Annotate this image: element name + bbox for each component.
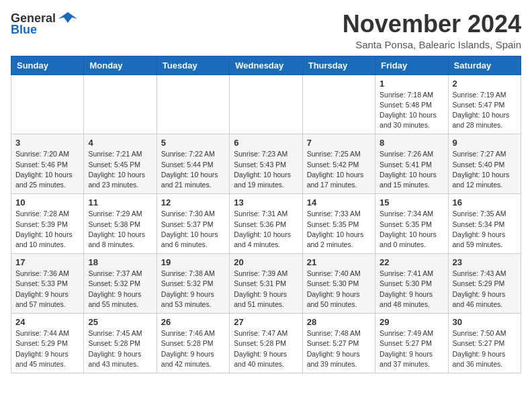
svg-marker-0 (58, 12, 77, 23)
table-row: 28Sunrise: 7:48 AM Sunset: 5:27 PM Dayli… (302, 314, 375, 373)
day-number: 9 (453, 138, 517, 148)
day-info: Sunrise: 7:30 AM Sunset: 5:37 PM Dayligh… (161, 209, 225, 250)
day-number: 11 (88, 197, 152, 208)
location-subtitle: Santa Ponsa, Balearic Islands, Spain (343, 39, 521, 50)
table-row: 1Sunrise: 7:18 AM Sunset: 5:48 PM Daylig… (375, 75, 448, 134)
day-number: 15 (380, 197, 443, 208)
day-number: 5 (161, 138, 225, 148)
day-number: 7 (307, 138, 371, 148)
day-info: Sunrise: 7:35 AM Sunset: 5:34 PM Dayligh… (453, 209, 517, 250)
day-number: 13 (234, 197, 298, 208)
day-number: 21 (307, 257, 371, 267)
day-number: 24 (15, 317, 79, 327)
table-row: 27Sunrise: 7:47 AM Sunset: 5:28 PM Dayli… (230, 314, 302, 373)
table-row: 22Sunrise: 7:41 AM Sunset: 5:30 PM Dayli… (375, 254, 448, 314)
day-number: 12 (161, 197, 225, 208)
col-monday: Monday (84, 56, 157, 75)
table-row (84, 75, 157, 134)
day-number: 25 (88, 317, 152, 327)
table-row: 23Sunrise: 7:43 AM Sunset: 5:29 PM Dayli… (448, 254, 521, 314)
logo: General Blue (11, 11, 77, 37)
table-row: 30Sunrise: 7:50 AM Sunset: 5:27 PM Dayli… (448, 314, 521, 373)
col-thursday: Thursday (302, 56, 375, 75)
day-info: Sunrise: 7:36 AM Sunset: 5:33 PM Dayligh… (15, 269, 79, 310)
day-number: 3 (15, 138, 79, 148)
table-row: 20Sunrise: 7:39 AM Sunset: 5:31 PM Dayli… (230, 254, 302, 314)
day-info: Sunrise: 7:20 AM Sunset: 5:46 PM Dayligh… (15, 149, 79, 190)
day-number: 16 (453, 197, 517, 208)
logo-bird-icon (58, 11, 77, 26)
table-row: 10Sunrise: 7:28 AM Sunset: 5:39 PM Dayli… (11, 194, 84, 254)
day-number: 14 (307, 197, 371, 208)
day-info: Sunrise: 7:29 AM Sunset: 5:38 PM Dayligh… (88, 209, 152, 250)
day-number: 19 (161, 257, 225, 267)
table-row: 24Sunrise: 7:44 AM Sunset: 5:29 PM Dayli… (11, 314, 84, 373)
table-row: 8Sunrise: 7:26 AM Sunset: 5:41 PM Daylig… (375, 134, 448, 194)
table-row: 5Sunrise: 7:22 AM Sunset: 5:44 PM Daylig… (157, 134, 229, 194)
table-row: 6Sunrise: 7:23 AM Sunset: 5:43 PM Daylig… (230, 134, 302, 194)
day-info: Sunrise: 7:40 AM Sunset: 5:30 PM Dayligh… (307, 269, 371, 310)
table-row (302, 75, 375, 134)
table-row: 4Sunrise: 7:21 AM Sunset: 5:45 PM Daylig… (84, 134, 157, 194)
calendar-table: Sunday Monday Tuesday Wednesday Thursday… (11, 56, 521, 373)
day-info: Sunrise: 7:23 AM Sunset: 5:43 PM Dayligh… (234, 149, 298, 190)
calendar-week-row: 3Sunrise: 7:20 AM Sunset: 5:46 PM Daylig… (11, 134, 521, 194)
day-number: 28 (307, 317, 371, 327)
day-info: Sunrise: 7:39 AM Sunset: 5:31 PM Dayligh… (234, 269, 298, 310)
day-number: 2 (453, 79, 517, 89)
day-info: Sunrise: 7:27 AM Sunset: 5:40 PM Dayligh… (453, 149, 517, 190)
table-row: 26Sunrise: 7:46 AM Sunset: 5:28 PM Dayli… (157, 314, 229, 373)
table-row (11, 75, 84, 134)
table-row: 21Sunrise: 7:40 AM Sunset: 5:30 PM Dayli… (302, 254, 375, 314)
day-number: 10 (15, 197, 79, 208)
table-row: 16Sunrise: 7:35 AM Sunset: 5:34 PM Dayli… (448, 194, 521, 254)
table-row: 12Sunrise: 7:30 AM Sunset: 5:37 PM Dayli… (157, 194, 229, 254)
table-row: 15Sunrise: 7:34 AM Sunset: 5:35 PM Dayli… (375, 194, 448, 254)
day-number: 27 (234, 317, 298, 327)
table-row: 18Sunrise: 7:37 AM Sunset: 5:32 PM Dayli… (84, 254, 157, 314)
day-info: Sunrise: 7:44 AM Sunset: 5:29 PM Dayligh… (15, 328, 79, 369)
table-row (230, 75, 302, 134)
day-info: Sunrise: 7:38 AM Sunset: 5:32 PM Dayligh… (161, 269, 225, 310)
day-number: 4 (88, 138, 152, 148)
day-info: Sunrise: 7:26 AM Sunset: 5:41 PM Dayligh… (380, 149, 443, 190)
day-info: Sunrise: 7:22 AM Sunset: 5:44 PM Dayligh… (161, 149, 225, 190)
table-row: 3Sunrise: 7:20 AM Sunset: 5:46 PM Daylig… (11, 134, 84, 194)
day-info: Sunrise: 7:18 AM Sunset: 5:48 PM Dayligh… (380, 90, 443, 131)
day-number: 30 (453, 317, 517, 327)
day-info: Sunrise: 7:41 AM Sunset: 5:30 PM Dayligh… (380, 269, 443, 310)
col-sunday: Sunday (11, 56, 84, 75)
table-row: 29Sunrise: 7:49 AM Sunset: 5:27 PM Dayli… (375, 314, 448, 373)
table-row: 2Sunrise: 7:19 AM Sunset: 5:47 PM Daylig… (448, 75, 521, 134)
day-info: Sunrise: 7:31 AM Sunset: 5:36 PM Dayligh… (234, 209, 298, 250)
day-number: 23 (453, 257, 517, 267)
calendar-header-row: Sunday Monday Tuesday Wednesday Thursday… (11, 56, 521, 75)
logo-blue-text: Blue (11, 23, 37, 37)
table-row: 13Sunrise: 7:31 AM Sunset: 5:36 PM Dayli… (230, 194, 302, 254)
day-info: Sunrise: 7:34 AM Sunset: 5:35 PM Dayligh… (380, 209, 443, 250)
table-row: 11Sunrise: 7:29 AM Sunset: 5:38 PM Dayli… (84, 194, 157, 254)
day-number: 18 (88, 257, 152, 267)
day-info: Sunrise: 7:48 AM Sunset: 5:27 PM Dayligh… (307, 328, 371, 369)
calendar-week-row: 1Sunrise: 7:18 AM Sunset: 5:48 PM Daylig… (11, 75, 521, 134)
day-info: Sunrise: 7:45 AM Sunset: 5:28 PM Dayligh… (88, 328, 152, 369)
page-header: General Blue November 2024 Santa Ponsa, … (11, 11, 521, 50)
day-number: 6 (234, 138, 298, 148)
day-info: Sunrise: 7:43 AM Sunset: 5:29 PM Dayligh… (453, 269, 517, 310)
page-title: November 2024 (343, 11, 521, 38)
day-info: Sunrise: 7:46 AM Sunset: 5:28 PM Dayligh… (161, 328, 225, 369)
col-friday: Friday (375, 56, 448, 75)
day-number: 17 (15, 257, 79, 267)
day-number: 26 (161, 317, 225, 327)
day-info: Sunrise: 7:50 AM Sunset: 5:27 PM Dayligh… (453, 328, 517, 369)
day-info: Sunrise: 7:21 AM Sunset: 5:45 PM Dayligh… (88, 149, 152, 190)
day-number: 1 (380, 79, 443, 89)
day-info: Sunrise: 7:47 AM Sunset: 5:28 PM Dayligh… (234, 328, 298, 369)
day-info: Sunrise: 7:33 AM Sunset: 5:35 PM Dayligh… (307, 209, 371, 250)
day-info: Sunrise: 7:25 AM Sunset: 5:42 PM Dayligh… (307, 149, 371, 190)
calendar-week-row: 24Sunrise: 7:44 AM Sunset: 5:29 PM Dayli… (11, 314, 521, 373)
day-info: Sunrise: 7:28 AM Sunset: 5:39 PM Dayligh… (15, 209, 79, 250)
title-block: November 2024 Santa Ponsa, Balearic Isla… (343, 11, 521, 50)
table-row (157, 75, 229, 134)
table-row: 25Sunrise: 7:45 AM Sunset: 5:28 PM Dayli… (84, 314, 157, 373)
